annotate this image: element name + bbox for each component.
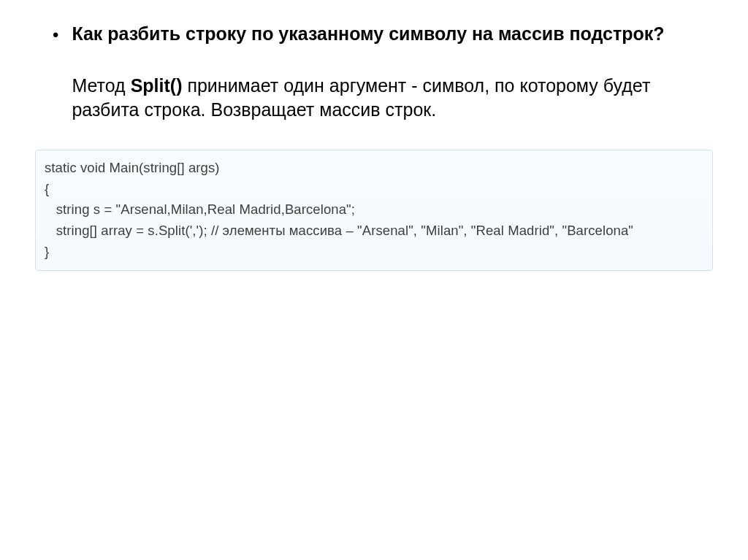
code-line: {	[45, 179, 703, 200]
bullet-item: • Как разбить строку по указанному симво…	[35, 22, 713, 122]
bullet-marker: •	[53, 22, 58, 122]
answer-method: Split()	[131, 75, 183, 96]
question-text: Как разбить строку по указанному символу…	[72, 22, 713, 46]
answer-prefix: Метод	[72, 75, 130, 96]
answer-text: Метод Split() принимает один аргумент - …	[72, 74, 713, 122]
bullet-content: Как разбить строку по указанному символу…	[72, 22, 713, 122]
code-block: static void Main(string[] args) { string…	[35, 150, 713, 271]
code-line: static void Main(string[] args)	[45, 158, 703, 179]
code-line: string[] array = s.Split(','); // элемен…	[45, 220, 703, 242]
code-line: string s = "Arsenal,Milan,Real Madrid,Ba…	[45, 199, 703, 220]
code-line: }	[45, 242, 703, 263]
